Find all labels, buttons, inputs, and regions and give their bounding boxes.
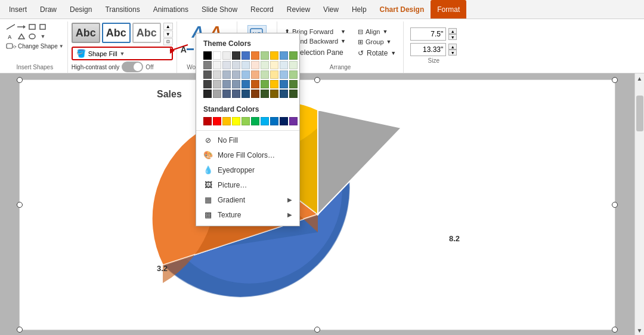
theme-color-swatch-41[interactable] (213, 90, 221, 98)
shape-fill-dropdown-arrow[interactable]: ▼ (120, 51, 125, 57)
theme-color-swatch-10[interactable] (203, 61, 212, 69)
theme-color-swatch-22[interactable] (222, 70, 231, 79)
tab-view[interactable]: View (317, 0, 345, 19)
theme-color-swatch-30[interactable] (203, 80, 212, 88)
picture-item[interactable]: 🖼 Picture… (196, 177, 299, 192)
height-input[interactable] (410, 27, 446, 41)
theme-color-swatch-19[interactable] (289, 61, 298, 69)
standard-color-swatch-2[interactable] (222, 117, 231, 125)
standard-color-swatch-1[interactable] (213, 117, 221, 125)
style-box-3[interactable]: Abc (132, 23, 161, 43)
theme-color-swatch-3[interactable] (232, 51, 240, 60)
high-contrast-toggle[interactable] (122, 62, 143, 72)
wordart-text-fill[interactable]: A (181, 43, 194, 56)
rotate-button[interactable]: ↺ Rotate ▼ (354, 48, 400, 59)
theme-color-swatch-35[interactable] (251, 80, 259, 88)
style-scroll-down[interactable]: ▼ (163, 30, 173, 38)
handle-mr[interactable] (612, 202, 618, 208)
gradient-item[interactable]: ▦ Gradient ▶ (196, 192, 299, 207)
theme-color-swatch-14[interactable] (242, 61, 250, 69)
theme-color-swatch-46[interactable] (261, 90, 269, 98)
theme-color-swatch-8[interactable] (280, 51, 288, 60)
text-icon[interactable]: A (6, 32, 16, 41)
tab-format[interactable]: Format (431, 0, 466, 19)
vertical-scrollbar[interactable]: ▲ ▼ (634, 73, 644, 335)
theme-color-swatch-17[interactable] (270, 61, 278, 69)
theme-color-swatch-36[interactable] (261, 80, 269, 88)
theme-color-swatch-45[interactable] (251, 90, 259, 98)
pie-chart[interactable]: 3.2 1.4 8.2 (20, 98, 592, 331)
scroll-thumb[interactable] (636, 96, 643, 131)
theme-color-swatch-26[interactable] (261, 70, 269, 79)
standard-color-swatch-3[interactable] (232, 117, 240, 125)
theme-color-swatch-27[interactable] (270, 70, 278, 79)
theme-color-swatch-4[interactable] (242, 51, 250, 60)
theme-color-swatch-34[interactable] (242, 80, 250, 88)
rect-icon[interactable] (27, 23, 37, 31)
tab-help[interactable]: Help (345, 0, 373, 19)
theme-color-swatch-38[interactable] (280, 80, 288, 88)
theme-color-swatch-48[interactable] (280, 90, 288, 98)
theme-color-swatch-31[interactable] (213, 80, 221, 88)
tab-slide-show[interactable]: Slide Show (195, 0, 244, 19)
more-fill-colors-item[interactable]: 🎨 More Fill Colors… (196, 147, 299, 162)
scroll-up-arrow[interactable]: ▲ (635, 73, 644, 84)
theme-color-swatch-44[interactable] (242, 90, 250, 98)
tab-review[interactable]: Review (280, 0, 317, 19)
tab-insert[interactable]: Insert (2, 0, 33, 19)
theme-color-swatch-21[interactable] (213, 70, 221, 79)
standard-color-swatch-6[interactable] (261, 117, 269, 125)
style-box-1[interactable]: Abc (72, 23, 100, 43)
triangle-icon[interactable] (17, 32, 26, 41)
theme-color-swatch-11[interactable] (213, 61, 221, 69)
slide[interactable]: Sales 3.2 1.4 8.2 (19, 79, 615, 330)
standard-color-swatch-0[interactable] (203, 117, 212, 125)
style-expand[interactable]: ⊡ (163, 38, 173, 45)
theme-color-swatch-37[interactable] (270, 80, 278, 88)
standard-color-swatch-7[interactable] (270, 117, 278, 125)
theme-color-swatch-39[interactable] (289, 80, 298, 88)
handle-tl[interactable] (17, 77, 23, 83)
handle-tm[interactable] (314, 77, 320, 83)
tab-design[interactable]: Design (63, 0, 98, 19)
standard-color-swatch-4[interactable] (242, 117, 250, 125)
oval-icon[interactable] (27, 32, 37, 41)
standard-color-swatch-5[interactable] (251, 117, 259, 125)
theme-color-swatch-13[interactable] (232, 61, 240, 69)
theme-color-swatch-49[interactable] (289, 90, 298, 98)
shapes-more-icon[interactable]: ▼ (38, 32, 48, 41)
tab-chart-design[interactable]: Chart Design (373, 0, 431, 19)
tab-animations[interactable]: Animations (147, 0, 195, 19)
theme-color-swatch-15[interactable] (251, 61, 259, 69)
theme-color-swatch-5[interactable] (251, 51, 259, 60)
theme-color-swatch-1[interactable] (213, 51, 221, 60)
line-icon[interactable] (6, 23, 16, 31)
height-down[interactable]: ▼ (448, 34, 457, 40)
theme-color-swatch-24[interactable] (242, 70, 250, 79)
texture-item[interactable]: ▩ Texture ▶ (196, 207, 299, 222)
theme-color-swatch-6[interactable] (261, 51, 269, 60)
handle-br[interactable] (612, 327, 618, 333)
square-icon[interactable] (38, 23, 48, 31)
handle-tr[interactable] (612, 77, 618, 83)
tab-transitions[interactable]: Transitions (98, 0, 146, 19)
theme-color-swatch-25[interactable] (251, 70, 259, 79)
theme-color-swatch-23[interactable] (232, 70, 240, 79)
theme-color-swatch-9[interactable] (289, 51, 298, 60)
standard-color-swatch-9[interactable] (289, 117, 298, 125)
group-button[interactable]: ⊞ Group ▼ (354, 38, 400, 47)
theme-color-swatch-16[interactable] (261, 61, 269, 69)
theme-color-swatch-43[interactable] (232, 90, 240, 98)
theme-color-swatch-29[interactable] (289, 70, 298, 79)
shape-fill-button[interactable]: 🪣 Shape Fill ▼ (72, 47, 173, 60)
theme-color-swatch-42[interactable] (222, 90, 231, 98)
change-shape-button[interactable]: ⟳ Change Shape ▼ (6, 42, 64, 50)
arrow-icon[interactable] (17, 23, 26, 31)
theme-color-swatch-28[interactable] (280, 70, 288, 79)
style-box-2[interactable]: Abc (102, 23, 131, 43)
height-up[interactable]: ▲ (448, 28, 457, 34)
scroll-down-arrow[interactable]: ▼ (635, 325, 644, 335)
standard-color-swatch-8[interactable] (280, 117, 288, 125)
no-fill-item[interactable]: ⊘ No Fill (196, 133, 299, 147)
style-scroll-up[interactable]: ▲ (163, 23, 173, 30)
